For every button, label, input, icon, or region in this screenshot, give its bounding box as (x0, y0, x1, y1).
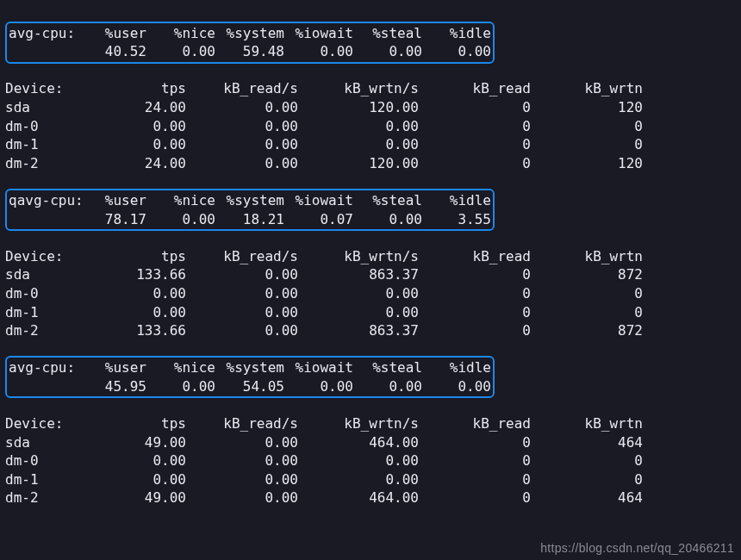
table-row: dm-249.000.00464.000464 (5, 489, 643, 506)
col-steal: %steal (353, 24, 422, 43)
cpu-values-row: 78.170.0018.210.070.003.55 (9, 210, 491, 229)
col-nice: %nice (146, 24, 215, 43)
watermark-text: https://blog.csdn.net/qq_20466211 (540, 540, 734, 557)
table-row: sda24.000.00120.000120 (5, 99, 643, 115)
val-nice: 0.00 (146, 42, 215, 61)
terminal-output: avg-cpu:%user%nice%system%iowait%steal%i… (0, 0, 741, 507)
col-kbws: kB_wrtn/s (298, 79, 419, 98)
table-row: dm-224.000.00120.000120 (5, 155, 643, 171)
table-row: dm-2133.660.00863.370872 (5, 322, 643, 339)
table-row: dm-00.000.000.0000 (5, 118, 643, 134)
col-system: %system (215, 24, 284, 43)
col-iowait: %iowait (284, 24, 353, 43)
avg-cpu-label: qavg-cpu: (9, 191, 86, 210)
table-row: dm-10.000.000.0000 (5, 304, 643, 320)
col-kbr: kB_read (419, 79, 531, 98)
col-device: Device: (5, 79, 83, 98)
device-header-row: Device:tpskB_read/skB_wrtn/skB_readkB_wr… (5, 415, 643, 432)
col-tps: tps (83, 79, 186, 98)
table-row: dm-00.000.000.0000 (5, 452, 643, 469)
table-row: dm-00.000.000.0000 (5, 285, 643, 302)
cpu-header-row: qavg-cpu:%user%nice%system%iowait%steal%… (9, 191, 491, 210)
val-idle: 0.00 (422, 42, 491, 61)
val-steal: 0.00 (353, 42, 422, 61)
cpu-values-row: 45.950.0054.050.000.000.00 (9, 377, 491, 396)
cpu-header-row: avg-cpu:%user%nice%system%iowait%steal%i… (9, 24, 491, 43)
table-row: sda49.000.00464.000464 (5, 434, 643, 451)
col-kbrs: kB_read/s (186, 79, 298, 98)
cpu-header-row: avg-cpu:%user%nice%system%iowait%steal%i… (9, 358, 491, 377)
avg-cpu-box-2: avg-cpu:%user%nice%system%iowait%steal%i… (5, 356, 495, 398)
col-user: %user (86, 24, 146, 43)
table-row: dm-10.000.000.0000 (5, 136, 643, 152)
avg-cpu-label: avg-cpu: (9, 24, 86, 43)
avg-cpu-box-0: avg-cpu:%user%nice%system%iowait%steal%i… (5, 22, 495, 64)
device-header-row: Device:tpskB_read/skB_wrtn/skB_readkB_wr… (5, 248, 643, 264)
cpu-values-row: 40.520.0059.480.000.000.00 (9, 42, 491, 61)
table-row: dm-10.000.000.0000 (5, 471, 643, 488)
val-user: 40.52 (86, 42, 146, 61)
val-system: 59.48 (215, 42, 284, 61)
avg-cpu-label: avg-cpu: (9, 358, 86, 377)
col-kbw: kB_wrtn (531, 79, 643, 98)
table-row: sda133.660.00863.370872 (5, 266, 643, 283)
col-idle: %idle (422, 24, 491, 43)
val-iowait: 0.00 (284, 42, 353, 61)
device-header-row: Device:tpskB_read/skB_wrtn/skB_readkB_wr… (5, 80, 643, 96)
avg-cpu-box-1: qavg-cpu:%user%nice%system%iowait%steal%… (5, 189, 495, 231)
